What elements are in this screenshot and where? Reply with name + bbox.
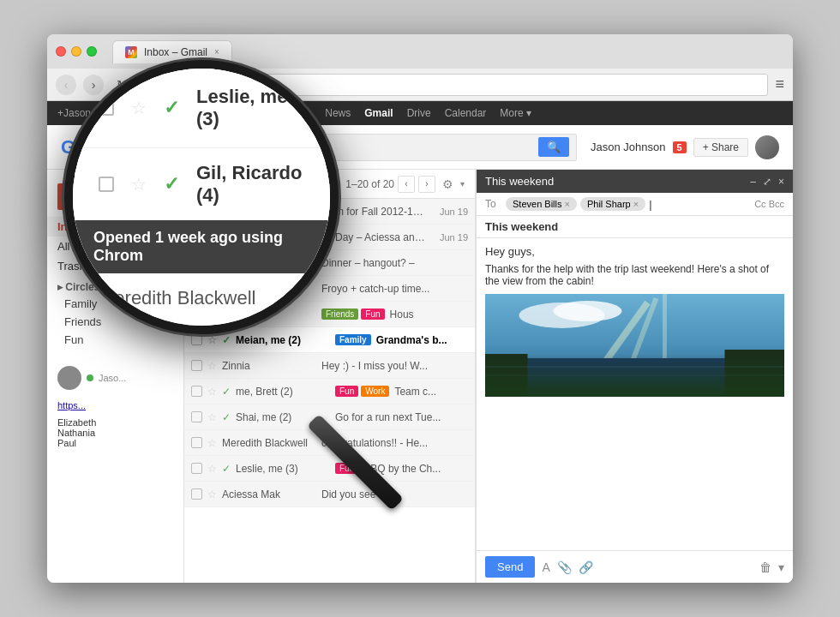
compose-to-field[interactable]: To Steven Bills × Phil Sharp × | Cc Bcc [477, 193, 793, 216]
mag-checkbox-2[interactable] [99, 177, 114, 192]
next-page-button[interactable]: › [418, 176, 435, 193]
compose-body-text: Thanks for the help with the trip last w… [485, 263, 784, 287]
email-date: Jun 19 [434, 232, 468, 243]
mag-row-1[interactable]: ☆ ✓ Leslie, me (3) [73, 69, 330, 148]
svg-rect-7 [485, 354, 528, 397]
compose-to-label: To [485, 198, 502, 210]
star-icon[interactable]: ☆ [207, 386, 217, 398]
email-sender: Zinnia [222, 360, 316, 372]
email-sender: Aciessa Mak [222, 488, 316, 500]
topbar-calendar[interactable]: Calendar [445, 107, 487, 119]
email-subject: Go for a run next Tue... [335, 411, 468, 423]
compose-body[interactable]: Hey guys, Thanks for the help with the t… [477, 238, 793, 550]
topbar-more[interactable]: More ▾ [500, 107, 531, 119]
email-checkbox[interactable] [191, 488, 202, 500]
compose-minimize-button[interactable]: – [750, 176, 756, 188]
mag-sender-1: Leslie, me (3) [196, 86, 304, 130]
gmail-search-button[interactable]: 🔍 [538, 137, 569, 157]
mag-row-4[interactable]: Peter, me (2) [73, 323, 330, 334]
compose-expand-button[interactable]: ⤢ [763, 176, 771, 188]
settings-dropdown[interactable]: ▾ [460, 179, 465, 189]
topbar-gmail[interactable]: Gmail [364, 107, 393, 119]
mag-star-1[interactable]: ☆ [131, 98, 147, 118]
maximize-button[interactable] [87, 46, 97, 57]
recipient-phil: Phil Sharp [587, 199, 631, 209]
compose-close-button[interactable]: × [778, 176, 784, 188]
email-row[interactable]: ☆ ✓ me, Brett (2) Fun Work Team c... [184, 379, 475, 404]
recipient-chip-steven: Steven Bills × [506, 197, 577, 211]
mag-checkbox-1[interactable] [99, 100, 114, 116]
star-icon[interactable]: ☆ [207, 463, 217, 475]
topbar-drive[interactable]: Drive [407, 107, 431, 119]
contact-nathania: Nathania [57, 428, 173, 438]
svg-rect-8 [725, 350, 785, 397]
sidebar-contacts: Elizabeth Nathania Paul [47, 414, 183, 452]
compose-controls: – ⤢ × [750, 176, 784, 188]
magnifier-glass: ☆ ✓ Leslie, me (3) ☆ ✓ Gil, Ricardo (4) … [64, 60, 339, 334]
window-controls [56, 46, 97, 57]
email-row[interactable]: ☆ Zinnia Hey :) - I miss you! W... [184, 353, 475, 379]
check-icon: ✓ [222, 386, 231, 398]
email-checkbox[interactable] [191, 411, 202, 422]
compose-subject[interactable]: This weekend [477, 216, 793, 238]
share-button[interactable]: + Share [693, 138, 748, 157]
mag-row-3[interactable]: Meredith Blackwell [73, 273, 330, 323]
mag-row-2[interactable]: ☆ ✓ Gil, Ricardo (4) [73, 148, 330, 220]
email-checkbox[interactable] [191, 386, 202, 397]
email-checkbox[interactable] [191, 437, 202, 448]
remove-recipient-phil[interactable]: × [633, 199, 639, 209]
gmail-favicon: M [125, 46, 137, 58]
sidebar-footer: https... [47, 397, 183, 414]
sidebar-link[interactable]: https... [57, 400, 86, 410]
email-sender: Meredith Blackwell [222, 437, 316, 449]
mag-row-2-container: ☆ ✓ Gil, Ricardo (4) Opened 1 week ago u… [73, 148, 330, 273]
delete-draft-icon[interactable]: 🗑 [759, 560, 771, 574]
cc-bcc-button[interactable]: Cc Bcc [754, 199, 784, 209]
minimize-button[interactable] [71, 46, 81, 57]
pagination: 1–20 of 20 ‹ › [345, 176, 435, 193]
attachment-icon[interactable]: 📎 [557, 560, 572, 574]
mag-check-2: ✓ [164, 173, 179, 195]
mag-sender-2: Gil, Ricardo (4) [196, 162, 304, 207]
browser-menu-button[interactable]: ≡ [775, 75, 784, 93]
notification-badge[interactable]: 5 [673, 141, 687, 153]
user-avatar[interactable] [755, 135, 779, 159]
settings-icon[interactable]: ⚙ [442, 177, 453, 191]
email-row[interactable]: ☆ Aciessa Mak Did you see the... [184, 482, 475, 507]
compose-cursor: | [649, 198, 651, 211]
sidebar-username: Jaso... [99, 373, 126, 383]
contact-elizabeth: Elizabeth [57, 417, 173, 428]
email-checkbox[interactable] [191, 360, 202, 371]
send-button[interactable]: Send [485, 556, 535, 578]
email-sender: me, Brett (2) [236, 386, 330, 398]
star-icon[interactable]: ☆ [207, 437, 217, 449]
tag-fun: Fun [335, 386, 358, 397]
tag-work: Work [361, 386, 389, 397]
check-icon: ✓ [222, 463, 231, 475]
compose-image [485, 294, 784, 397]
more-options-footer-icon[interactable]: ▾ [778, 560, 784, 574]
tab-close-button[interactable]: × [214, 47, 219, 57]
star-icon[interactable]: ☆ [207, 360, 217, 372]
remove-recipient-steven[interactable]: × [564, 199, 569, 209]
close-button[interactable] [56, 46, 66, 57]
star-icon[interactable]: ☆ [207, 411, 217, 423]
contact-paul: Paul [57, 438, 173, 448]
compose-header: This weekend – ⤢ × [477, 170, 793, 193]
star-icon[interactable]: ☆ [207, 488, 217, 500]
mag-star-2[interactable]: ☆ [131, 174, 147, 195]
mag-sender-3: Meredith Blackwell [99, 287, 255, 309]
link-icon[interactable]: 🔗 [579, 560, 593, 574]
email-subject: BBQ by the Ch... [363, 463, 468, 475]
magnifier-container: ☆ ✓ Leslie, me (3) ☆ ✓ Gil, Ricardo (4) … [64, 60, 356, 351]
username-label: Jason Johnson [591, 141, 665, 153]
email-subject: Team c... [394, 386, 468, 398]
email-date: Jun 19 [434, 207, 468, 217]
mag-check-1: ✓ [164, 97, 179, 119]
online-indicator [87, 374, 93, 381]
email-checkbox[interactable] [191, 463, 202, 474]
formatting-icon[interactable]: A [542, 560, 549, 574]
magnifier-content: ☆ ✓ Leslie, me (3) ☆ ✓ Gil, Ricardo (4) … [73, 69, 330, 326]
prev-page-button[interactable]: ‹ [398, 176, 415, 193]
email-row[interactable]: ☆ ✓ Leslie, me (3) Fun BBQ by the Ch... [184, 456, 475, 482]
